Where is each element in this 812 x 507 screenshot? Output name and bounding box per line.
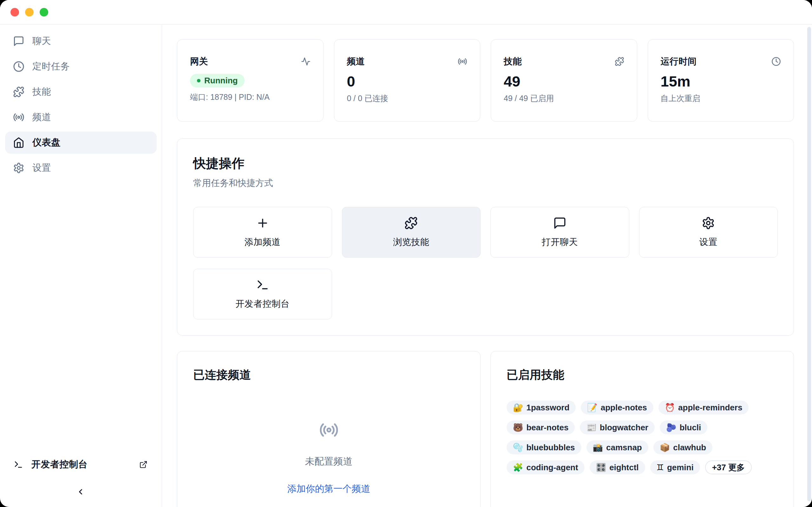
sidebar-item-label: 设置 (32, 162, 51, 174)
skill-chip[interactable]: 🫧bluebubbles (507, 441, 581, 454)
stat-title: 运行时间 (661, 55, 697, 67)
sidebar-item-scheduled-tasks[interactable]: 定时任务 (5, 55, 157, 78)
skill-emoji: ♊ (657, 463, 664, 471)
skill-chip[interactable]: 🔐1password (507, 400, 576, 414)
skill-emoji: 🧩 (513, 463, 523, 471)
add-channel-button[interactable]: 添加频道 (193, 207, 332, 258)
stat-subtitle: 49 / 49 已启用 (504, 93, 624, 104)
app-window: 聊天 定时任务 技能 频道 仪表盘 (0, 0, 812, 507)
sidebar-item-label: 仪表盘 (32, 136, 61, 149)
close-button[interactable] (10, 8, 19, 16)
sidebar-footer: 开发者控制台 (0, 458, 162, 507)
skill-emoji: 📝 (587, 403, 597, 412)
traffic-lights (10, 8, 48, 16)
stat-card-channels: 频道 0 0 / 0 已连接 (334, 39, 480, 122)
skill-emoji: 🎛️ (596, 463, 606, 471)
sidebar-item-label: 技能 (32, 86, 51, 98)
add-first-channel-link[interactable]: 添加你的第一个频道 (287, 483, 370, 495)
sidebar-collapse-button[interactable] (73, 485, 88, 499)
skill-chip[interactable]: 📦clawhub (653, 441, 712, 454)
skill-chip[interactable]: 🫐blucli (660, 420, 707, 435)
connected-channels-card: 已连接频道 未配置频道 添加你的第一个频道 (177, 351, 480, 507)
developer-console-link[interactable]: 开发者控制台 (14, 458, 148, 471)
gateway-status-badge: Running (190, 74, 245, 88)
skill-emoji: 📰 (586, 424, 596, 432)
stats-row: 网关 Running 端口: 18789 | PID: N/A 频道 0 (177, 39, 794, 122)
quick-actions-subtitle: 常用任务和快捷方式 (193, 177, 778, 189)
titlebar[interactable] (0, 0, 812, 25)
radio-icon (319, 420, 339, 440)
more-skills-chip[interactable]: +37 更多 (705, 460, 752, 474)
sidebar-item-chat[interactable]: 聊天 (5, 30, 157, 52)
button-label: 浏览技能 (393, 236, 429, 248)
developer-console-label: 开发者控制台 (32, 458, 88, 471)
stat-subtitle: 自上次重启 (661, 93, 781, 104)
browse-skills-button[interactable]: 浏览技能 (342, 207, 481, 258)
sidebar-nav: 聊天 定时任务 技能 频道 仪表盘 (0, 25, 162, 182)
skill-chip[interactable]: ♊gemini (650, 460, 700, 474)
message-square-icon (553, 216, 566, 230)
sidebar-item-dashboard[interactable]: 仪表盘 (5, 131, 157, 154)
gear-icon (702, 216, 715, 230)
sidebar-item-settings[interactable]: 设置 (5, 157, 157, 179)
gear-icon (13, 162, 24, 174)
activity-icon (301, 57, 310, 66)
button-label: 添加频道 (245, 236, 281, 248)
developer-console-button[interactable]: 开发者控制台 (193, 269, 332, 320)
channels-empty-state: 未配置频道 添加你的第一个频道 (193, 420, 464, 495)
skill-emoji: 🫧 (513, 443, 523, 452)
stat-card-uptime: 运行时间 15m 自上次重启 (648, 39, 794, 122)
status-dot (197, 79, 200, 82)
puzzle-icon (13, 86, 24, 98)
sidebar: 聊天 定时任务 技能 频道 仪表盘 (0, 25, 162, 507)
terminal-icon (256, 278, 269, 291)
skill-chip[interactable]: 📰blogwatcher (580, 420, 655, 435)
skill-chip[interactable]: 📝apple-notes (581, 400, 653, 414)
home-icon (13, 137, 24, 148)
maximize-button[interactable] (40, 8, 48, 16)
connected-channels-title: 已连接频道 (193, 367, 464, 383)
skill-chip[interactable]: 🐻bear-notes (507, 420, 575, 435)
message-square-icon (13, 36, 24, 47)
sidebar-item-skills[interactable]: 技能 (5, 81, 157, 103)
enabled-skills-card: 已启用技能 🔐1password 📝apple-notes ⏰apple-rem… (490, 351, 794, 507)
clock-icon (13, 61, 24, 72)
quick-actions-title: 快捷操作 (193, 155, 778, 172)
stat-value: 15m (661, 72, 781, 90)
skill-emoji: 📦 (660, 443, 670, 452)
chevron-left-icon (76, 487, 85, 496)
radio-icon (13, 112, 24, 123)
stat-subtitle: 0 / 0 已连接 (347, 93, 467, 104)
dashboard-main: 网关 Running 端口: 18789 | PID: N/A 频道 0 (162, 25, 812, 507)
sidebar-item-label: 定时任务 (32, 60, 70, 73)
skill-chip[interactable]: 🧩coding-agent (507, 460, 585, 474)
clock-icon (771, 57, 781, 66)
stat-card-gateway: 网关 Running 端口: 18789 | PID: N/A (177, 39, 323, 122)
stat-title: 技能 (504, 55, 522, 67)
puzzle-icon (615, 57, 624, 66)
skill-emoji: 🫐 (666, 424, 676, 432)
radio-icon (458, 57, 467, 66)
skill-emoji: 🔐 (513, 403, 523, 412)
scrollbar[interactable] (807, 27, 811, 501)
quick-actions-grid: 添加频道 浏览技能 打开聊天 设置 (193, 207, 778, 320)
quick-actions-panel: 快捷操作 常用任务和快捷方式 添加频道 浏览技能 打开聊天 (177, 138, 794, 336)
enabled-skills-title: 已启用技能 (507, 367, 778, 383)
sidebar-item-label: 频道 (32, 111, 51, 124)
settings-button[interactable]: 设置 (639, 207, 778, 258)
skill-emoji: 🐻 (513, 424, 523, 432)
skill-emoji: ⏰ (665, 403, 675, 412)
skill-chip[interactable]: 📸camsnap (587, 441, 648, 454)
button-label: 设置 (699, 236, 717, 248)
plus-icon (256, 216, 269, 230)
open-chat-button[interactable]: 打开聊天 (490, 207, 629, 258)
minimize-button[interactable] (25, 8, 34, 16)
stat-subtitle: 端口: 18789 | PID: N/A (190, 92, 310, 102)
puzzle-icon (404, 216, 418, 230)
bottom-row: 已连接频道 未配置频道 添加你的第一个频道 已启用技能 🔐1password 📝… (177, 351, 794, 507)
skill-chips: 🔐1password 📝apple-notes ⏰apple-reminders… (507, 400, 778, 474)
skill-chip[interactable]: ⏰apple-reminders (658, 400, 749, 414)
button-label: 开发者控制台 (235, 298, 290, 310)
sidebar-item-channels[interactable]: 频道 (5, 106, 157, 128)
skill-chip[interactable]: 🎛️eightctl (590, 460, 645, 474)
